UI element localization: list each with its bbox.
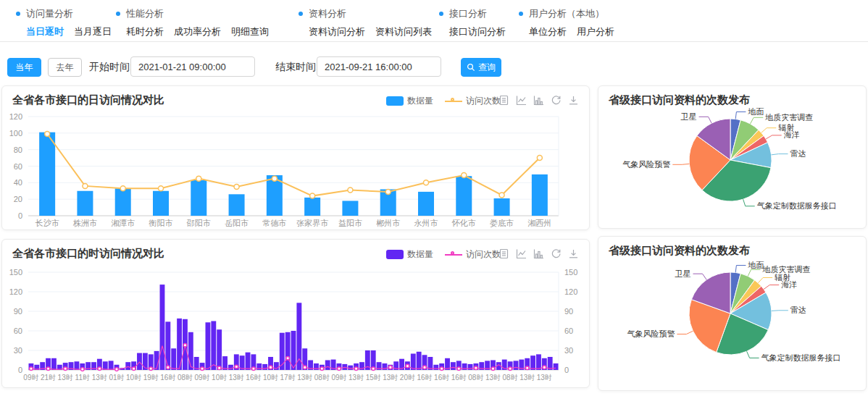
- svg-text:01时: 01时: [109, 374, 124, 382]
- nav-item-interface-access-analysis[interactable]: 接口访问分析: [449, 25, 506, 38]
- svg-text:地面: 地面: [747, 108, 764, 116]
- svg-text:气象风险预警: 气象风险预警: [627, 329, 675, 338]
- svg-text:常德市: 常德市: [262, 219, 286, 227]
- svg-text:08时: 08时: [178, 374, 193, 382]
- svg-text:13时: 13时: [519, 374, 535, 382]
- bullet-icon: [519, 12, 523, 16]
- bar-chart-toggle-icon[interactable]: [533, 248, 544, 259]
- bullet-icon: [439, 12, 443, 16]
- end-time-label: 结束时间:: [275, 61, 319, 74]
- svg-text:60: 60: [14, 327, 22, 335]
- nav-item-data-access-list[interactable]: 资料访问列表: [375, 25, 432, 38]
- nav-group-title: 用户分析（本地）: [519, 7, 614, 20]
- svg-text:13时: 13时: [349, 374, 364, 382]
- svg-text:地质灾害调查: 地质灾害调查: [764, 113, 813, 122]
- bar-chart-toggle-icon[interactable]: [533, 95, 544, 106]
- chart-title: 全省各市接口的日访问情况对比: [12, 93, 164, 107]
- svg-text:16时: 16时: [160, 374, 175, 382]
- nav-group-data: 资料分析 资料访问分析 资料访问列表: [299, 7, 432, 38]
- province-access-pie-chart: 地面地质灾害调查辐射海洋雷达气象定制数据服务接口气象风险预警卫星: [598, 258, 866, 390]
- nav-item-time-cost[interactable]: 耗时分析: [126, 25, 164, 38]
- svg-text:08时: 08时: [503, 374, 518, 382]
- svg-text:气象定制数据服务接口: 气象定制数据服务接口: [757, 201, 837, 210]
- start-time-input[interactable]: [130, 56, 255, 77]
- svg-text:16时: 16时: [246, 374, 261, 382]
- svg-text:0: 0: [18, 366, 22, 374]
- svg-text:10时: 10时: [126, 374, 141, 382]
- svg-text:17时: 17时: [280, 374, 296, 382]
- this-year-button[interactable]: 当年: [7, 58, 41, 77]
- svg-text:60: 60: [14, 162, 22, 171]
- chart-title: 省级接口访问资料的次数发布: [609, 244, 750, 258]
- svg-text:08时: 08时: [314, 374, 330, 382]
- svg-text:长沙市: 长沙市: [35, 219, 59, 227]
- download-icon[interactable]: [568, 95, 579, 106]
- download-icon[interactable]: [568, 248, 579, 259]
- svg-text:16时: 16时: [434, 374, 449, 382]
- svg-text:海洋: 海洋: [784, 130, 800, 139]
- svg-text:雷达: 雷达: [790, 306, 806, 314]
- refresh-icon[interactable]: [551, 248, 562, 259]
- svg-text:150: 150: [9, 268, 22, 277]
- svg-text:13时: 13时: [229, 374, 244, 382]
- svg-text:0: 0: [564, 366, 569, 374]
- nav-item-daily-month[interactable]: 当月逐日: [74, 25, 112, 38]
- svg-text:30: 30: [14, 346, 22, 355]
- data-view-icon[interactable]: [498, 95, 509, 106]
- svg-text:邵阳市: 邵阳市: [186, 219, 211, 227]
- svg-text:90: 90: [564, 307, 573, 316]
- nav-group-title: 接口分析: [439, 7, 506, 20]
- svg-text:0: 0: [18, 211, 22, 220]
- svg-text:80: 80: [14, 146, 22, 154]
- refresh-icon[interactable]: [551, 95, 562, 106]
- svg-text:13时: 13时: [383, 374, 398, 382]
- last-year-button[interactable]: 去年: [48, 58, 82, 77]
- chart-legend: 数据量 访问次数: [386, 95, 501, 107]
- nav-group-title: 性能分析: [116, 7, 269, 20]
- svg-text:10时: 10时: [263, 374, 278, 382]
- legend-item-visit-count[interactable]: 访问次数: [445, 248, 501, 261]
- nav-group-title: 资料分析: [299, 7, 432, 20]
- legend-item-data-volume[interactable]: 数据量: [386, 248, 433, 261]
- nav-item-user-analysis[interactable]: 用户分析: [577, 25, 614, 38]
- svg-text:卫星: 卫星: [674, 269, 690, 278]
- legend-line-swatch: [445, 254, 462, 256]
- line-chart-toggle-icon[interactable]: [516, 95, 527, 106]
- daily-bar-line-chart: 020406080100120长沙市株洲市湘潭市衡阳市邵阳市岳阳市常德市张家界市…: [2, 111, 589, 229]
- chart-title: 全省各市接口的时访问情况对比: [12, 247, 164, 261]
- svg-text:20时: 20时: [400, 374, 415, 382]
- nav-item-success-rate[interactable]: 成功率分析: [174, 25, 221, 38]
- svg-text:郴州市: 郴州市: [376, 219, 400, 227]
- svg-text:16时: 16时: [417, 374, 432, 382]
- chart-toolbox: [498, 248, 579, 259]
- svg-text:永州市: 永州市: [414, 219, 438, 227]
- nav-item-detail-query[interactable]: 明细查询: [231, 25, 269, 38]
- end-time-input[interactable]: [317, 56, 441, 77]
- chart-title: 省级接口访问资料的次数发布: [609, 93, 750, 107]
- data-view-icon[interactable]: [498, 248, 509, 259]
- svg-text:09时: 09时: [23, 374, 38, 382]
- svg-text:13时: 13时: [297, 374, 312, 382]
- nav-group-user: 用户分析（本地） 单位分析 用户分析: [519, 7, 614, 38]
- svg-text:张家界市: 张家界市: [296, 219, 328, 227]
- legend-item-data-volume[interactable]: 数据量: [386, 95, 433, 107]
- svg-text:120: 120: [9, 287, 22, 296]
- nav-item-data-access-analysis[interactable]: 资料访问分析: [309, 25, 365, 38]
- svg-text:地面: 地面: [747, 261, 764, 269]
- svg-text:20: 20: [14, 195, 22, 203]
- svg-text:湘西州: 湘西州: [527, 219, 551, 227]
- svg-text:雷达: 雷达: [790, 149, 806, 158]
- nav-item-unit-analysis[interactable]: 单位分析: [529, 25, 567, 38]
- nav-item-hourly-today[interactable]: 当日逐时: [26, 25, 64, 38]
- svg-text:120: 120: [9, 112, 22, 121]
- start-time-label: 开始时间:: [89, 61, 133, 74]
- svg-text:19时: 19时: [143, 374, 159, 382]
- line-chart-toggle-icon[interactable]: [516, 248, 527, 259]
- svg-text:13时: 13时: [58, 374, 73, 382]
- svg-text:娄底市: 娄底市: [490, 219, 514, 227]
- legend-item-visit-count[interactable]: 访问次数: [445, 95, 501, 107]
- svg-text:09时: 09时: [195, 374, 210, 382]
- province-access-pie-chart: 地面地质灾害调查辐射海洋雷达气象定制数据服务接口气象风险预警卫星: [598, 108, 866, 228]
- nav-group-visits: 访问量分析 当日逐时 当月逐日: [16, 7, 112, 38]
- query-button[interactable]: 查询: [461, 58, 501, 77]
